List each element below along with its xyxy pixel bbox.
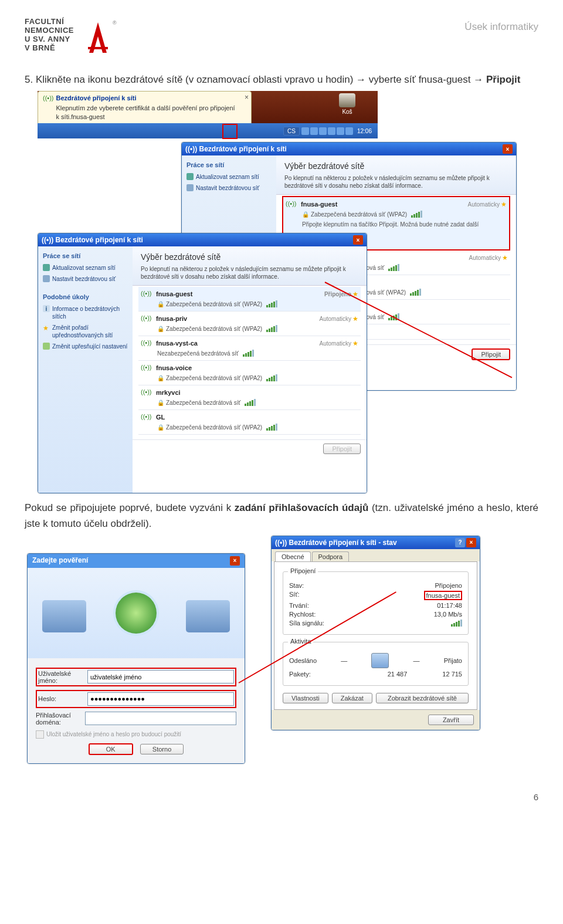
tab-general[interactable]: Obecné (275, 551, 311, 561)
svg-text:®: ® (113, 20, 117, 26)
close-button[interactable]: Zavřít (428, 715, 474, 725)
star-icon: ★ (352, 340, 358, 347)
sidebar-header: Podobné úkoly (43, 293, 128, 300)
logo-line: NEMOCNICE (25, 26, 74, 35)
tooltip-title: Bezdrátové připojení k síti (56, 94, 235, 103)
help-icon[interactable]: ? (455, 538, 465, 547)
username-label: Uživatelské jméno: (38, 670, 87, 684)
close-icon[interactable]: × (353, 235, 363, 245)
show-networks-button[interactable]: Zobrazit bezdrátové sítě (376, 693, 469, 703)
tray-icon[interactable] (310, 127, 318, 135)
wifi-icon: ((•)) (275, 539, 287, 547)
recycle-bin-icon[interactable]: Koš (339, 93, 355, 115)
signal-icon (411, 211, 422, 218)
sidebar: Práce se sítí Aktualizovat seznam sítí N… (38, 246, 133, 493)
connect-hint: Připojte klepnutím na tlačítko Připojit.… (286, 218, 507, 228)
tray-icon[interactable] (328, 127, 335, 135)
tab-support[interactable]: Podpora (312, 551, 350, 561)
credentials-dialog: Zadejte pověření× Uživatelské jméno: Hes… (27, 553, 245, 764)
section-title: Úsek informatiky (464, 18, 538, 33)
star-icon: ★ (43, 324, 50, 331)
wifi-icon: ((•)) (286, 200, 297, 208)
row-value: Připojeno (435, 582, 462, 589)
sent-label: Odesláno (289, 657, 317, 664)
wifi-icon: ((•)) (141, 339, 152, 347)
row-label: Pakety: (289, 671, 311, 678)
sidebar-header: Práce se sítí (186, 161, 272, 168)
cancel-button[interactable]: Storno (140, 744, 184, 754)
dialog-title: Zadejte pověření (32, 556, 88, 566)
signal-icon (266, 300, 277, 307)
sidebar-item-info[interactable]: iInformace o bezdrátových sítích (43, 305, 128, 320)
ok-button[interactable]: OK (89, 743, 133, 755)
sidebar-item-setup[interactable]: Nastavit bezdrátovou síť (43, 275, 128, 283)
star-icon: ★ (501, 201, 507, 208)
signal-icon (266, 374, 277, 381)
row-label: Stav: (289, 582, 304, 589)
row-label: Rychlost: (289, 611, 316, 618)
language-indicator[interactable]: CS (283, 127, 300, 136)
network-item[interactable]: ((•))fnusa-guestPřipojeno★ 🔒Zabezpečená … (138, 287, 361, 312)
laptop-icon (186, 600, 230, 632)
sent-value: 21 487 (388, 671, 408, 678)
tray-icon[interactable] (337, 127, 344, 135)
save-credentials-checkbox: Uložit uživatelské jméno a heslo pro bud… (36, 730, 236, 739)
connection-status-window: ((•)) Bezdrátové připojení k síti - stav… (271, 536, 480, 730)
domain-label: Přihlašovací doména: (36, 712, 85, 726)
signal-icon (388, 264, 399, 271)
network-item[interactable]: ((•))fnusa-privAutomaticky★ 🔒Zabezpečená… (138, 312, 361, 336)
network-item[interactable]: ((•))fnusa-voice 🔒Zabezpečená bezdrátová… (138, 361, 361, 385)
sidebar-item-order[interactable]: ★Změnit pořadí upřednostňovaných sítí (43, 324, 128, 339)
lock-icon: 🔒 (157, 424, 164, 431)
close-icon[interactable]: × (466, 538, 476, 547)
username-input[interactable] (87, 670, 234, 683)
close-icon[interactable]: × (245, 93, 249, 102)
logo-line: V BRNĚ (25, 43, 55, 52)
star-icon: ★ (502, 254, 508, 262)
row-label: Síla signálu: (289, 620, 324, 627)
password-input[interactable] (87, 692, 234, 706)
close-icon[interactable]: × (503, 144, 513, 154)
signal-icon (243, 350, 254, 357)
connect-button[interactable]: Připojit (472, 348, 510, 360)
balloon-tooltip[interactable]: × ((•)) Bezdrátové připojení k síti Klep… (38, 91, 252, 127)
domain-input[interactable] (85, 712, 236, 725)
lock-icon: 🔒 (157, 326, 164, 332)
wifi-icon: ((•)) (141, 314, 152, 323)
row-label: Síť: (289, 591, 300, 600)
svg-rect-0 (88, 47, 108, 49)
wifi-icon: ((•)) (42, 236, 53, 244)
signal-icon (410, 289, 421, 296)
disable-button[interactable]: Zakázat (332, 693, 372, 703)
sidebar-item-setup[interactable]: Nastavit bezdrátovou síť (186, 184, 272, 192)
recv-label: Přijato (444, 657, 462, 664)
sidebar-item-refresh[interactable]: Aktualizovat seznam sítí (43, 264, 128, 272)
tray-icon[interactable] (345, 127, 353, 135)
main-heading: Výběr bezdrátové sítě (141, 252, 358, 262)
row-value: fnusa-guest (424, 591, 462, 600)
sidebar-header: Práce se sítí (43, 252, 128, 259)
sidebar-item-refresh[interactable]: Aktualizovat seznam sítí (186, 173, 272, 181)
highlight-box (222, 124, 238, 139)
window-title: Bezdrátové připojení k síti - stav (289, 539, 397, 547)
network-item[interactable]: ((•))GL 🔒Zabezpečená bezdrátová síť (WPA… (138, 410, 361, 435)
properties-button[interactable]: Vlastnosti (283, 693, 328, 703)
close-icon[interactable]: × (230, 556, 240, 566)
lock-icon: 🔒 (157, 375, 164, 381)
computer-icon (371, 653, 389, 668)
step-5-text: 5. Klikněte na ikonu bezdrátové sítě (v … (38, 72, 538, 87)
lock-icon: 🔒 (157, 301, 164, 307)
tray-icon[interactable] (301, 127, 309, 135)
lock-icon: 🔒 (157, 400, 164, 406)
network-item[interactable]: ((•))fnusa-vyst-caAutomaticky★ Nezabezpe… (138, 336, 361, 361)
wifi-icon: ((•)) (141, 413, 152, 421)
tray-wifi-icon[interactable] (319, 127, 327, 135)
row-label: Trvání: (289, 602, 309, 609)
window-title: Bezdrátové připojení k síti (199, 145, 287, 153)
logo-line: FACULTNÍ (25, 17, 64, 26)
sidebar-item-advanced[interactable]: Změnit upřesňující nastavení (43, 343, 128, 350)
wireless-selector-window-front: ((•)) Bezdrátové připojení k síti× Práce… (38, 233, 367, 493)
network-item[interactable]: ((•))mrkyvci 🔒Zabezpečená bezdrátová síť (138, 385, 361, 410)
row-value: 01:17:48 (437, 602, 462, 609)
signal-icon (266, 325, 277, 332)
